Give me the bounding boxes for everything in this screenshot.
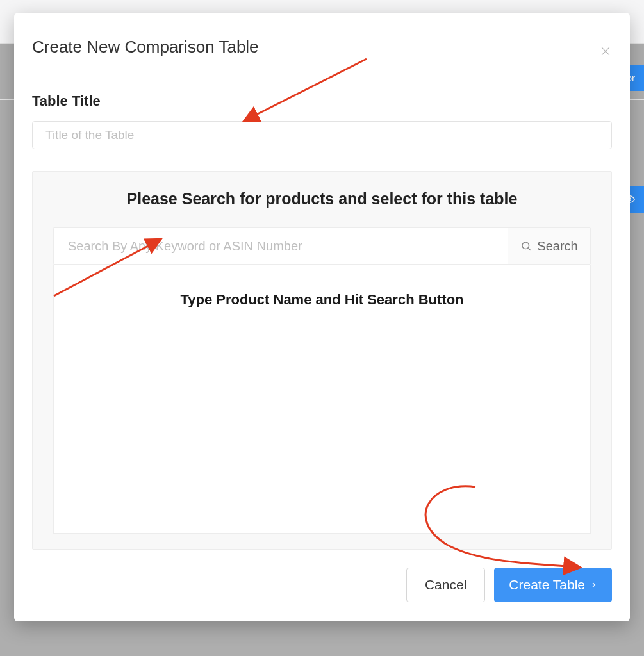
- cancel-button-label: Cancel: [425, 577, 466, 593]
- search-icon: [520, 240, 532, 252]
- create-table-modal: Create New Comparison Table Table Title …: [14, 13, 630, 621]
- create-button-label: Create Table: [509, 577, 585, 593]
- svg-line-4: [529, 248, 531, 250]
- search-button[interactable]: Search: [508, 227, 591, 265]
- search-results-area: Type Product Name and Hit Search Button: [53, 265, 591, 534]
- modal-footer: Cancel Create Table: [32, 550, 612, 602]
- svg-point-3: [522, 242, 529, 249]
- chevron-right-icon: [590, 580, 597, 590]
- results-hint: Type Product Name and Hit Search Button: [69, 291, 575, 308]
- table-title-input[interactable]: [32, 121, 612, 149]
- product-search-input[interactable]: [53, 227, 508, 265]
- search-input-row: Search: [53, 227, 591, 265]
- create-table-button[interactable]: Create Table: [494, 568, 612, 602]
- product-search-panel: Please Search for products and select fo…: [32, 171, 612, 550]
- modal-title: Create New Comparison Table: [32, 37, 612, 57]
- close-icon[interactable]: [599, 45, 612, 58]
- search-button-label: Search: [537, 239, 577, 254]
- table-title-label: Table Title: [32, 93, 612, 110]
- search-panel-heading: Please Search for products and select fo…: [53, 190, 591, 208]
- cancel-button[interactable]: Cancel: [406, 568, 485, 602]
